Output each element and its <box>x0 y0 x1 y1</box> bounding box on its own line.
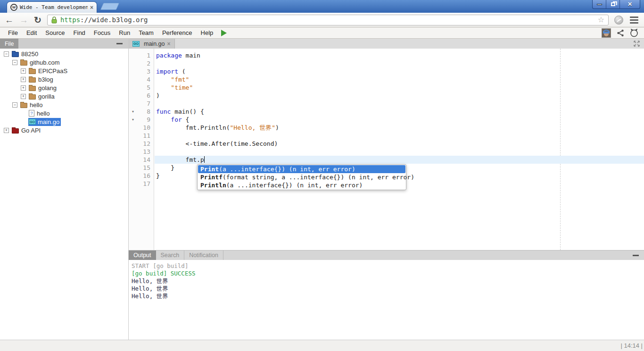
menu-item-source[interactable]: Source <box>41 29 69 36</box>
tree-node[interactable]: ?hello <box>28 109 51 117</box>
address-bar[interactable]: https://wide.b3log.org ☆ <box>47 15 609 25</box>
browser-menu-icon[interactable] <box>629 16 639 25</box>
tree-item-github-com[interactable]: −github.com <box>0 58 128 67</box>
file-panel-tab[interactable]: File <box>0 39 18 49</box>
menu-item-run[interactable]: Run <box>115 29 134 36</box>
fold-toggle-icon[interactable]: ▾ <box>129 116 137 124</box>
fold-toggle-icon <box>129 67 137 75</box>
editor-tab-close-icon[interactable]: × <box>167 41 170 47</box>
code-line-6[interactable]: 6) <box>129 92 644 100</box>
menu-item-focus[interactable]: Focus <box>90 29 115 36</box>
line-number: 14 <box>137 156 153 164</box>
window-close-button[interactable]: ✕ <box>620 0 640 8</box>
bottom-tab-notification[interactable]: Notification <box>184 251 223 260</box>
autocomplete-item-print[interactable]: Print(a ...interface{}) (n int, err erro… <box>198 165 405 173</box>
tree-node[interactable]: 88250 <box>11 50 40 58</box>
tree-expander-icon[interactable]: + <box>21 85 26 91</box>
tree-node[interactable]: gorilla <box>28 92 56 100</box>
code-line-14[interactable]: 14 fmt.p <box>129 156 644 164</box>
tree-item-hello[interactable]: −hello <box>0 100 128 109</box>
code-line-10[interactable]: 10 fmt.Println("Hello, 世界") <box>129 124 644 132</box>
code-line-11[interactable]: 11 <box>129 132 644 140</box>
tree-item-go-api[interactable]: +Go API <box>0 126 128 134</box>
tree-item-gorilla[interactable]: +gorilla <box>0 92 128 100</box>
tree-item-hello[interactable]: ?hello <box>0 109 128 117</box>
fold-toggle-icon <box>129 148 137 156</box>
tab-close-icon[interactable]: × <box>90 5 93 10</box>
code-line-7[interactable]: 7 <box>129 100 644 108</box>
tree-node[interactable]: Go API <box>11 126 42 134</box>
forward-button[interactable]: → <box>19 16 28 25</box>
back-button[interactable]: ← <box>5 16 14 25</box>
code-text: func main() { <box>153 108 204 116</box>
tree-expander-icon[interactable]: − <box>4 51 9 57</box>
code-line-8[interactable]: ▾8func main() { <box>129 108 644 116</box>
tree-item-88250[interactable]: −88250 <box>0 50 128 58</box>
github-icon[interactable] <box>630 29 638 37</box>
tree-expander-icon[interactable]: + <box>21 68 26 74</box>
fold-toggle-icon <box>129 75 137 84</box>
tree-item-b3log[interactable]: +b3log <box>0 75 128 84</box>
code-line-3[interactable]: 3import ( <box>129 67 644 75</box>
tree-expander-icon[interactable]: − <box>12 102 17 108</box>
tree-node[interactable]: golang <box>28 84 58 92</box>
bottom-tab-search[interactable]: Search <box>156 251 185 260</box>
tree-item-epicpaas[interactable]: +EPICPaaS <box>0 67 128 75</box>
window-minimize-button[interactable] <box>593 0 606 8</box>
run-play-icon[interactable] <box>221 30 227 36</box>
tree-node[interactable]: github.com <box>20 58 61 67</box>
output-content: START [go build][go build] SUCCESSHello,… <box>129 260 644 340</box>
menu-item-team[interactable]: Team <box>134 29 158 36</box>
fold-toggle-icon <box>129 84 137 92</box>
refresh-button[interactable]: ↻ <box>34 16 41 25</box>
tree-item-golang[interactable]: +golang <box>0 84 128 92</box>
tree-node[interactable]: hello <box>20 101 44 109</box>
menu-item-help[interactable]: Help <box>197 29 218 36</box>
code-line-13[interactable]: 13 <box>129 148 644 156</box>
share-icon[interactable] <box>617 29 624 37</box>
code-line-1[interactable]: 1package main <box>129 51 644 59</box>
tree-node[interactable]: b3log <box>28 75 55 84</box>
output-line: Hello, 世界 <box>132 285 641 292</box>
code-line-12[interactable]: 12 <-time.After(time.Second) <box>129 140 644 148</box>
browser-tab[interactable]: W Wide - Team development × <box>7 1 97 13</box>
menu-item-perference[interactable]: Perference <box>158 29 197 36</box>
tree-expander-icon[interactable]: − <box>12 60 17 65</box>
folder-icon <box>29 77 36 83</box>
code-text: ) <box>153 92 160 100</box>
code-text <box>153 132 156 140</box>
menu-item-find[interactable]: Find <box>69 29 90 36</box>
code-line-4[interactable]: 4 "fmt" <box>129 75 644 84</box>
menu-item-edit[interactable]: Edit <box>22 29 41 36</box>
tree-node[interactable]: EPICPaaS <box>28 67 69 75</box>
fold-toggle-icon[interactable]: ▾ <box>129 108 137 116</box>
window-restore-button[interactable] <box>606 0 620 8</box>
user-avatar[interactable] <box>602 28 611 38</box>
fullscreen-icon[interactable] <box>634 41 640 47</box>
output-line: [go build] SUCCESS <box>132 270 641 277</box>
menu-item-file[interactable]: File <box>4 29 22 36</box>
tree-expander-icon[interactable]: + <box>4 128 9 133</box>
tree-expander-icon[interactable]: + <box>21 77 26 82</box>
editor-tab-label: main.go <box>144 41 165 47</box>
autocomplete-item-println[interactable]: Println(a ...interface{}) (n int, err er… <box>198 181 405 189</box>
code-editor[interactable]: 1package main23import (4 "fmt"5 "time"6)… <box>129 49 644 250</box>
code-line-5[interactable]: 5 "time" <box>129 84 644 92</box>
line-number: 10 <box>137 124 153 132</box>
autocomplete-item-printf[interactable]: Printf(format string, a ...interface{}) … <box>198 173 405 181</box>
text-cursor <box>204 156 205 163</box>
editor-tab-maingo[interactable]: GO main.go × <box>129 39 175 49</box>
panel-collapse-icon[interactable] <box>633 255 639 256</box>
sync-icon[interactable] <box>614 16 623 25</box>
bottom-tab-output[interactable]: Output <box>129 251 156 260</box>
tree-item-main-go[interactable]: GOmain.go <box>0 117 128 126</box>
bookmark-star-icon[interactable]: ☆ <box>598 16 604 24</box>
tree-node[interactable]: GOmain.go <box>28 118 61 126</box>
tree-expander-icon[interactable]: + <box>21 94 26 99</box>
tree-item-label: github.com <box>30 59 60 66</box>
sidebar-collapse-icon[interactable] <box>116 43 123 44</box>
code-line-2[interactable]: 2 <box>129 59 644 67</box>
new-tab-button[interactable] <box>100 3 120 10</box>
code-line-9[interactable]: ▾9 for { <box>129 116 644 124</box>
autocomplete-popup: Print(a ...interface{}) (n int, err erro… <box>197 164 406 190</box>
